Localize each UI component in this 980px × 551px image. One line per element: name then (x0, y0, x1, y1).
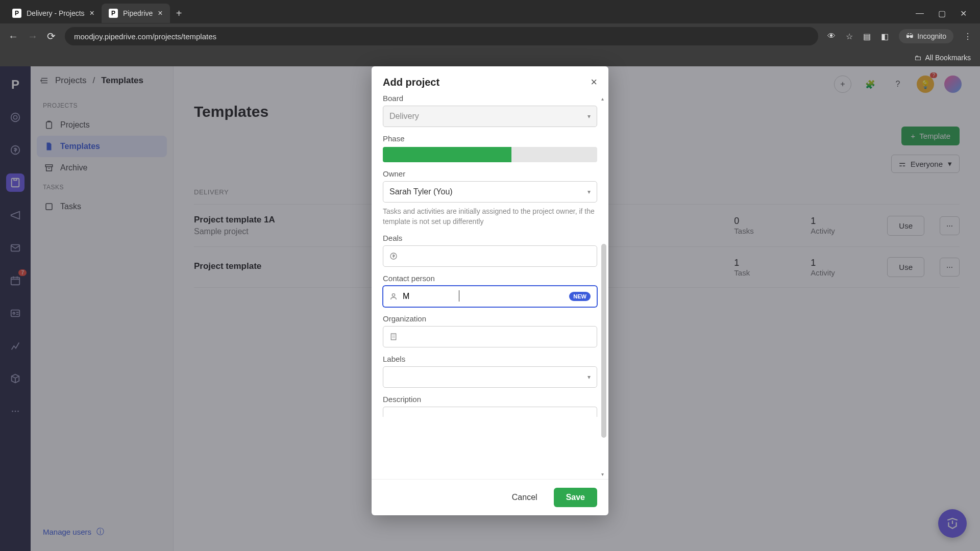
field-label-contact: Contact person (383, 274, 597, 283)
modal-footer: Cancel Save (372, 479, 608, 515)
panel-icon[interactable]: ◧ (881, 32, 889, 41)
browser-tab[interactable]: P Pipedrive × (102, 4, 170, 23)
text-cursor (459, 290, 459, 302)
new-tab-button[interactable]: + (170, 8, 188, 19)
favicon-icon: P (109, 9, 118, 18)
scroll-down-icon[interactable]: ▾ (601, 471, 604, 477)
reading-list-icon[interactable]: ▤ (863, 32, 871, 41)
modal-body: Board Delivery ▾ Phase Owner Sarah Tyler… (372, 94, 608, 479)
favicon-icon: P (12, 9, 21, 18)
incognito-icon: 🕶 (906, 32, 913, 40)
url-field[interactable]: moodjoy.pipedrive.com/projects/templates (65, 27, 818, 45)
cancel-button[interactable]: Cancel (503, 488, 547, 507)
modal-header: Add project × (372, 66, 608, 94)
phase-segment[interactable] (426, 147, 469, 162)
tab-bar: P Delivery - Projects × P Pipedrive × + … (0, 0, 980, 23)
field-label-description: Description (383, 395, 597, 404)
dollar-icon (389, 252, 398, 260)
chevron-down-icon: ▾ (587, 113, 591, 120)
bookmarks-bar: 🗀 All Bookmarks (0, 49, 980, 66)
tab-title: Delivery - Projects (27, 9, 85, 17)
field-label-org: Organization (383, 314, 597, 323)
window-controls: — ▢ ✕ (916, 9, 975, 18)
incognito-label: Incognito (917, 32, 946, 40)
owner-help-text: Tasks and activities are initially assig… (383, 207, 597, 227)
incognito-badge[interactable]: 🕶 Incognito (899, 29, 953, 43)
minimize-icon[interactable]: — (916, 9, 924, 18)
save-button[interactable]: Save (554, 488, 597, 507)
close-window-icon[interactable]: ✕ (960, 9, 967, 18)
board-select[interactable]: Delivery ▾ (383, 106, 597, 127)
select-value: Delivery (389, 112, 419, 121)
phase-segment[interactable] (511, 147, 554, 162)
add-project-modal: Add project × Board Delivery ▾ Phase Own… (372, 66, 608, 515)
scroll-thumb[interactable] (601, 244, 606, 438)
new-badge: NEW (569, 292, 591, 301)
person-icon (389, 292, 398, 300)
scrollbar[interactable]: ▴ ▾ (600, 96, 606, 477)
phase-selector[interactable] (383, 147, 597, 162)
reload-icon[interactable]: ⟳ (47, 30, 56, 42)
building-icon (389, 333, 398, 341)
close-tab-icon[interactable]: × (158, 9, 162, 18)
field-label-board: Board (383, 94, 597, 103)
deals-input[interactable] (383, 245, 597, 267)
chevron-down-icon: ▾ (587, 188, 591, 195)
select-value: Sarah Tyler (You) (389, 187, 453, 196)
modal-title: Add project (383, 77, 439, 88)
folder-icon: 🗀 (914, 54, 921, 62)
address-bar: ← → ⟳ moodjoy.pipedrive.com/projects/tem… (0, 23, 980, 49)
field-label-phase: Phase (383, 134, 597, 143)
field-label-owner: Owner (383, 169, 597, 178)
field-label-deals: Deals (383, 234, 597, 242)
phase-segment[interactable] (469, 147, 511, 162)
contact-text-field[interactable] (403, 292, 569, 301)
eye-off-icon[interactable]: 👁 (827, 32, 836, 41)
svg-point-15 (392, 294, 395, 296)
menu-icon[interactable]: ⋮ (964, 32, 972, 41)
back-icon[interactable]: ← (8, 31, 18, 42)
maximize-icon[interactable]: ▢ (938, 9, 946, 18)
organization-input[interactable] (383, 326, 597, 347)
browser-tab[interactable]: P Delivery - Projects × (5, 4, 102, 23)
tab-title: Pipedrive (123, 9, 153, 17)
close-icon[interactable]: × (591, 76, 597, 89)
browser-chrome: P Delivery - Projects × P Pipedrive × + … (0, 0, 980, 66)
svg-rect-16 (391, 334, 396, 340)
contact-input[interactable]: NEW (383, 286, 597, 307)
description-input[interactable] (383, 407, 597, 417)
star-icon[interactable]: ☆ (846, 32, 853, 41)
field-label-labels: Labels (383, 355, 597, 363)
labels-select[interactable]: ▾ (383, 366, 597, 388)
scroll-up-icon[interactable]: ▴ (601, 96, 604, 102)
bookmarks-label[interactable]: All Bookmarks (925, 54, 971, 62)
owner-select[interactable]: Sarah Tyler (You) ▾ (383, 181, 597, 203)
phase-segment[interactable] (383, 147, 426, 162)
chevron-down-icon: ▾ (587, 373, 591, 381)
forward-icon: → (28, 31, 38, 42)
url-text: moodjoy.pipedrive.com/projects/templates (74, 32, 216, 41)
close-tab-icon[interactable]: × (90, 9, 94, 18)
phase-segment[interactable] (554, 147, 597, 162)
